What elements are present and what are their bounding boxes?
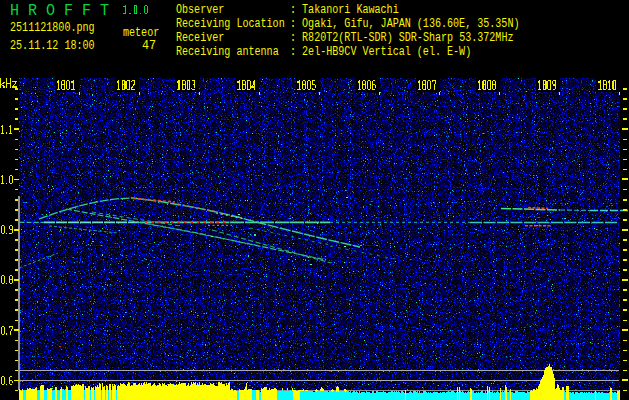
- svg-text:: R820T2(RTL-SDR) SDR-Sharp 53: : R820T2(RTL-SDR) SDR-Sharp 53.372MHz: [290, 31, 514, 45]
- svg-text:H R O F F T: H R O F F T: [10, 2, 109, 20]
- svg-text:Receiving antenna: Receiving antenna: [176, 45, 279, 59]
- svg-text:: 2el-HB9CV Vertical (el. E-W): : 2el-HB9CV Vertical (el. E-W): [290, 45, 471, 59]
- svg-text:Observer: Observer: [176, 3, 224, 17]
- svg-text:Receiver: Receiver: [176, 31, 224, 45]
- svg-text:2511121800.png: 2511121800.png: [10, 21, 95, 35]
- svg-text:: Ogaki, Gifu, JAPAN (136.60E,: : Ogaki, Gifu, JAPAN (136.60E, 35.35N): [290, 17, 520, 31]
- svg-text:meteor: meteor: [123, 26, 159, 40]
- svg-text:Receiving Location: Receiving Location: [176, 17, 285, 31]
- svg-text:47: 47: [142, 39, 156, 53]
- svg-text:25.11.12 18:00: 25.11.12 18:00: [10, 39, 95, 53]
- svg-text:: Takanori Kawachi: : Takanori Kawachi: [290, 3, 399, 17]
